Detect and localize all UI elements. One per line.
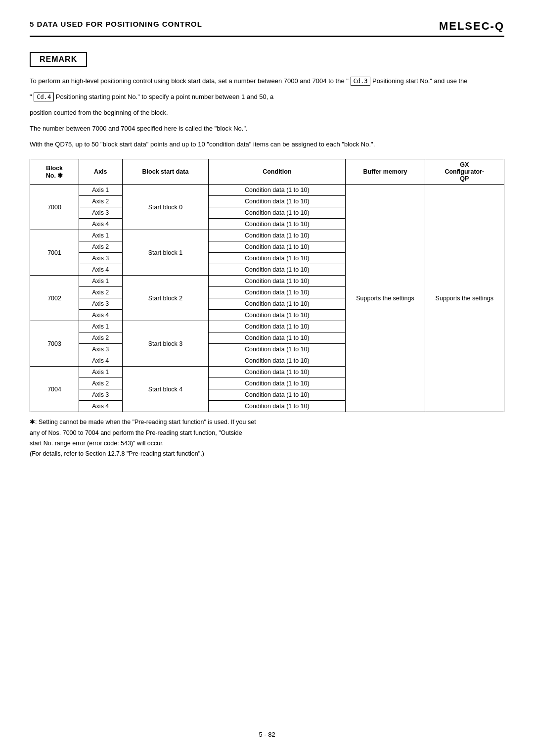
cell-condition: Condition data (1 to 10)	[209, 355, 346, 367]
cell-condition: Condition data (1 to 10)	[209, 264, 346, 276]
cell-condition: Condition data (1 to 10)	[209, 287, 346, 298]
cell-condition: Condition data (1 to 10)	[209, 253, 346, 264]
cell-axis: Axis 3	[79, 344, 122, 355]
col-header-block-no: BlockNo. ✱	[30, 159, 79, 185]
cd3-code: Cd.3	[351, 77, 371, 86]
col-header-buffer: Buffer memory	[346, 159, 425, 185]
paragraph-5-text: With the QD75, up to 50 "block start dat…	[30, 141, 375, 148]
paragraph-3-text: position counted from the beginning of t…	[30, 109, 168, 116]
cell-condition: Condition data (1 to 10)	[209, 298, 346, 310]
remark-label: REMARK	[30, 52, 87, 67]
cell-condition: Condition data (1 to 10)	[209, 207, 346, 219]
cell-axis: Axis 4	[79, 401, 122, 412]
cell-axis: Axis 1	[79, 230, 122, 241]
body-paragraph-3: position counted from the beginning of t…	[30, 107, 475, 118]
col-header-gx: GXConfigurator-QP	[425, 159, 504, 185]
cell-condition: Condition data (1 to 10)	[209, 401, 346, 412]
cell-gx-configurator: Supports the settings	[425, 185, 504, 412]
cd4-code: Cd.4	[34, 93, 54, 101]
cell-condition: Condition data (1 to 10)	[209, 344, 346, 355]
cell-axis: Axis 2	[79, 196, 122, 207]
cell-axis: Axis 1	[79, 321, 122, 332]
cell-axis: Axis 4	[79, 310, 122, 321]
paragraph-1-text: To perform an high-level positioning con…	[30, 77, 468, 85]
footnote-line4: (For details, refer to Section 12.7.8 "P…	[30, 449, 475, 459]
cell-axis: Axis 3	[79, 207, 122, 219]
cell-axis: Axis 3	[79, 298, 122, 310]
footnote-line3: start No. range error (error code: 543)"…	[30, 438, 475, 449]
table-row: 7000Axis 1Start block 0Condition data (1…	[30, 185, 504, 196]
cell-axis: Axis 3	[79, 253, 122, 264]
cell-block-start-data: Start block 4	[122, 367, 209, 412]
cell-axis: Axis 1	[79, 276, 122, 287]
cell-block-no: 7000	[30, 185, 79, 230]
cell-condition: Condition data (1 to 10)	[209, 310, 346, 321]
footnote-line1: ✱: Setting cannot be made when the "Pre-…	[30, 417, 475, 427]
cell-block-no: 7004	[30, 367, 79, 412]
data-table-section: BlockNo. ✱ Axis Block start data Conditi…	[30, 159, 504, 412]
cell-block-no: 7001	[30, 230, 79, 276]
col-header-axis: Axis	[79, 159, 122, 185]
page: 5 DATA USED FOR POSITIONING CONTROL MELS…	[0, 0, 534, 756]
col-header-block-start: Block start data	[122, 159, 209, 185]
cell-condition: Condition data (1 to 10)	[209, 219, 346, 230]
cell-condition: Condition data (1 to 10)	[209, 367, 346, 378]
cell-axis: Axis 2	[79, 378, 122, 389]
chapter-title: 5 DATA USED FOR POSITIONING CONTROL	[30, 20, 202, 28]
footnote-line2: any of Nos. 7000 to 7004 and perform the…	[30, 428, 475, 438]
cell-axis: Axis 4	[79, 355, 122, 367]
body-paragraph-1: To perform an high-level positioning con…	[30, 76, 475, 87]
cell-condition: Condition data (1 to 10)	[209, 196, 346, 207]
cell-axis: Axis 2	[79, 241, 122, 253]
footnote: ✱: Setting cannot be made when the "Pre-…	[30, 417, 475, 459]
cell-axis: Axis 3	[79, 389, 122, 401]
positioning-table: BlockNo. ✱ Axis Block start data Conditi…	[30, 159, 504, 412]
body-paragraph-4: The number between 7000 and 7004 specifi…	[30, 123, 475, 134]
paragraph-2-text: " Cd.4 Positioning starting point No." t…	[30, 93, 273, 100]
cell-condition: Condition data (1 to 10)	[209, 332, 346, 344]
cell-axis: Axis 1	[79, 367, 122, 378]
brand-title: MELSEC-Q	[439, 20, 504, 33]
cell-block-start-data: Start block 3	[122, 321, 209, 367]
body-paragraph-2: " Cd.4 Positioning starting point No." t…	[30, 92, 475, 102]
cell-axis: Axis 1	[79, 185, 122, 196]
cell-axis: Axis 2	[79, 332, 122, 344]
cell-block-start-data: Start block 2	[122, 276, 209, 321]
page-header: 5 DATA USED FOR POSITIONING CONTROL MELS…	[30, 20, 504, 37]
paragraph-4-text: The number between 7000 and 7004 specifi…	[30, 125, 248, 132]
cell-block-no: 7003	[30, 321, 79, 367]
cell-block-start-data: Start block 0	[122, 185, 209, 230]
cell-condition: Condition data (1 to 10)	[209, 321, 346, 332]
cell-axis: Axis 4	[79, 264, 122, 276]
cell-axis: Axis 4	[79, 219, 122, 230]
body-paragraph-5: With the QD75, up to 50 "block start dat…	[30, 139, 475, 150]
cell-block-no: 7002	[30, 276, 79, 321]
page-number: 5 - 82	[259, 731, 275, 738]
cell-condition: Condition data (1 to 10)	[209, 230, 346, 241]
cell-condition: Condition data (1 to 10)	[209, 378, 346, 389]
cell-condition: Condition data (1 to 10)	[209, 389, 346, 401]
cell-condition: Condition data (1 to 10)	[209, 276, 346, 287]
cell-block-start-data: Start block 1	[122, 230, 209, 276]
cell-axis: Axis 2	[79, 287, 122, 298]
cell-condition: Condition data (1 to 10)	[209, 241, 346, 253]
cell-condition: Condition data (1 to 10)	[209, 185, 346, 196]
col-header-condition: Condition	[209, 159, 346, 185]
cell-buffer-memory: Supports the settings	[346, 185, 425, 412]
